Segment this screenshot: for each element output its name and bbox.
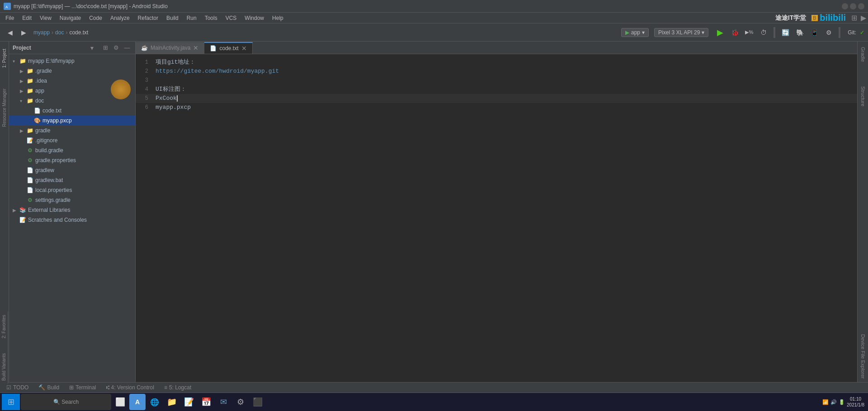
taskbar-notepad[interactable]: 📝 [181,394,197,410]
build-label: Build [47,384,59,391]
build-tab[interactable]: 🔨 Build [34,383,64,392]
menu-window[interactable]: Window [241,14,268,22]
code-line-2: 2 https://gitee.com/hwdroid/myapp.git [136,67,857,76]
menu-refactor[interactable]: Refactor [134,14,162,22]
tray-network[interactable]: 📶 [822,399,829,405]
vc-label: 4: Version Control [111,384,154,391]
sync-button[interactable]: 🔄 [779,26,792,39]
taskbar-android-studio[interactable]: A [129,394,146,410]
gradle-tab[interactable]: Gradle [859,43,868,65]
tree-item-gradlew[interactable]: 📄 gradlew [9,165,135,175]
code-line-1: 1 项目git地址： [136,58,857,67]
todo-label: TODO [13,384,28,391]
menu-navigate[interactable]: Navigate [56,14,85,22]
tree-arrow-gradle: ▶ [20,69,25,74]
logcat-tab[interactable]: ≡ 5: Logcat [160,383,196,392]
device-file-explorer-tab[interactable]: Device File Explorer [859,331,868,382]
emulator-selector[interactable]: Pixel 3 XL API 29 ▾ [654,28,708,37]
version-control-tab[interactable]: ⑆ 4: Version Control [102,383,159,392]
taskbar-settings[interactable]: ⚙ [232,394,249,410]
taskbar-chrome[interactable]: 🌐 [146,394,163,410]
toolbar-nav-right[interactable]: ▶ [17,26,30,39]
bottom-tabs-bar: ☑ TODO 🔨 Build ⊞ Terminal ⑆ 4: Version C… [0,382,868,393]
taskbar-search[interactable]: 🔍 Search [21,394,111,410]
tab-mainactivity-close[interactable]: ✕ [193,44,198,51]
coverage-button[interactable]: ▶% [743,26,755,39]
structure-tab[interactable]: Structure [859,83,868,110]
project-tab[interactable]: 1: Project [0,45,9,71]
build-variants-tab[interactable]: Build Variants [0,350,8,384]
tray-battery[interactable]: 🔋 [839,399,845,405]
text-cursor [177,95,178,102]
sdk-button[interactable]: ⚙ [822,26,835,39]
line-num-3: 3 [136,76,154,85]
device-selector[interactable]: ▶ app ▾ [621,28,649,37]
profile-button[interactable]: ⏱ [757,26,770,39]
tree-item-gradleprops[interactable]: ⚙ gradle.properties [9,155,135,165]
favorites-tab[interactable]: 2: Favorites [0,311,8,342]
taskbar-taskview[interactable]: ⬜ [112,394,128,410]
breadcrumb-file[interactable]: code.txt [69,29,88,36]
tree-item-localprops[interactable]: 📄 local.properties [9,185,135,195]
menu-edit[interactable]: Edit [19,14,35,22]
tree-item-myapppxcp[interactable]: 🎨 myapp.pxcp [9,116,135,126]
tray-sound[interactable]: 🔊 [830,399,837,405]
collapse-button[interactable]: — [123,43,132,52]
resource-manager-tab[interactable]: Resource Manager [0,85,9,131]
tree-item-codetxt[interactable]: 📄 code.txt [9,106,135,116]
taskbar-time[interactable]: 01:10 2021/1/8 [847,396,864,408]
menu-help[interactable]: Help [269,14,287,22]
tree-item-scratches[interactable]: 📝 Scratches and Consoles [9,215,135,225]
tree-item-settingsgradle[interactable]: ⚙ settings.gradle [9,195,135,205]
tree-label-gradleprops: gradle.properties [35,157,76,163]
tree-item-gradle[interactable]: ▶ 📁 .gradle [9,66,135,76]
time-display: 01:10 [850,396,861,402]
menu-analyze[interactable]: Analyze [107,14,133,22]
menu-tools[interactable]: Tools [201,14,221,22]
settings-button[interactable]: ⚙ [112,43,121,52]
start-button[interactable]: ⊞ [2,394,20,410]
tree-item-gitignore[interactable]: 📝 .gitignore [9,135,135,145]
menu-file[interactable]: File [2,14,18,22]
vc-icon: ⑆ [106,384,109,391]
tree-item-external-libs[interactable]: ▶ 📚 External Libraries [9,205,135,215]
tab-mainactivity[interactable]: ☕ MainActivity.java ✕ [136,42,204,54]
maximize-button[interactable]: □ [850,3,856,9]
breadcrumb-doc[interactable]: doc [55,29,64,36]
folder-icon-gradle: 📁 [26,67,33,75]
scope-button[interactable]: ⊞ [101,43,110,52]
tree-item-gradlefolder[interactable]: ▶ 📁 gradle [9,126,135,135]
minimize-button[interactable]: — [842,3,848,9]
menu-view[interactable]: View [36,14,55,22]
terminal-tab[interactable]: ⊞ Terminal [65,383,100,392]
project-dropdown-arrow[interactable]: ▾ [90,44,94,51]
toolbar-nav-left[interactable]: ◀ [4,26,16,39]
breadcrumb-app[interactable]: myapp [33,29,50,36]
tab-codetxt-close[interactable]: ✕ [241,45,247,52]
tab-codetxt[interactable]: 📄 code.txt ✕ [204,42,252,54]
terminal-label: Terminal [75,384,96,391]
build-icon: 🔨 [38,384,45,391]
debug-button[interactable]: 🐞 [728,26,741,39]
taskbar-email[interactable]: ✉ [215,394,231,410]
close-button[interactable]: ✕ [858,3,864,9]
tree-arrow-scratches [13,218,18,223]
menu-run[interactable]: Run [183,14,200,22]
taskbar-file-explorer[interactable]: 📁 [164,394,180,410]
menu-vcs[interactable]: VCS [222,14,241,22]
run-button[interactable]: ▶ [714,26,726,39]
tree-item-myapp[interactable]: ▾ 📁 myapp E:\tif\myapp [9,56,135,66]
menu-code[interactable]: Code [85,14,106,22]
tree-item-gradlewbat[interactable]: 📄 gradlew.bat [9,175,135,185]
project-header: Project ▾ ⊞ ⚙ — [9,42,135,54]
taskbar-terminal-app[interactable]: ⬛ [250,394,266,410]
tree-item-buildgradle[interactable]: ⚙ build.gradle [9,145,135,155]
menu-build[interactable]: Build [163,14,182,22]
code-line-5: 5 PxCook [136,94,857,103]
avd-button[interactable]: 📱 [808,26,821,39]
gradle-sync-button[interactable]: 🐘 [793,26,806,39]
editor-content[interactable]: 1 项目git地址： 2 https://gitee.com/hwdroid/m… [136,54,857,382]
tree-arrow-pxcp [27,118,33,123]
taskbar-calendar[interactable]: 📅 [198,394,214,410]
gradle-icon-build: ⚙ [26,147,33,154]
